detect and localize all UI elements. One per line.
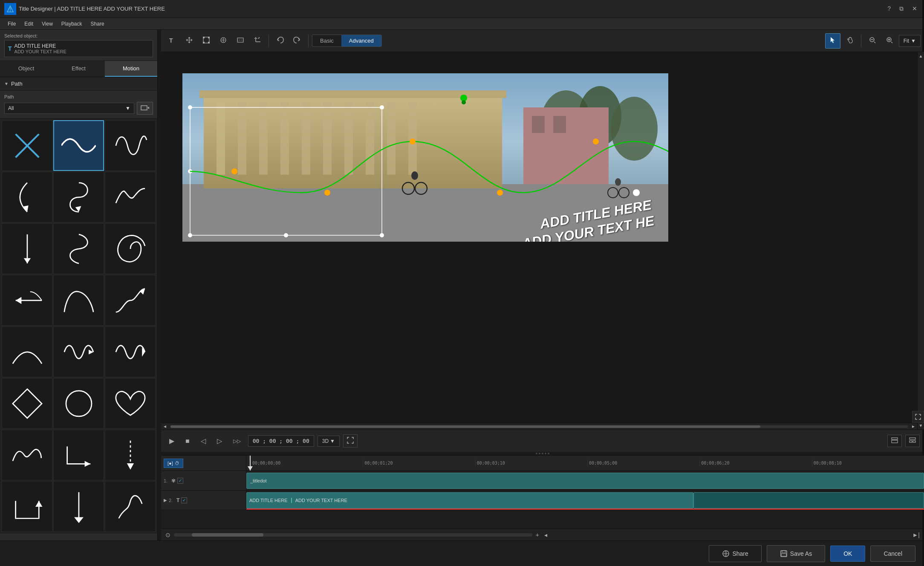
path-item-spiral[interactable] (105, 223, 156, 274)
resize-handle-h[interactable] (161, 452, 924, 455)
transform-tool-button[interactable] (199, 33, 214, 49)
fwd-frame-button[interactable]: ▷ (213, 434, 226, 448)
timeline-tracks: 1. ✾ _titledot ▶ 2. T (161, 471, 924, 528)
svg-point-67 (411, 171, 418, 180)
fit-dropdown[interactable]: Fit ▼ (899, 35, 921, 47)
canvas-hscrollbar[interactable]: ◄ ► (161, 423, 917, 430)
path-item-curve-up[interactable] (2, 326, 52, 377)
selected-object-label: Selected object: (4, 33, 153, 38)
path-item-unknown[interactable] (105, 481, 156, 532)
path-item-s-curve[interactable] (53, 172, 104, 222)
advanced-mode-button[interactable]: Advanced (341, 35, 381, 46)
timeline-clock-icon: ⏱ (175, 461, 179, 466)
vscroll-up-icon[interactable]: ▲ (917, 52, 924, 60)
fullscreen-button[interactable] (343, 434, 358, 448)
hand-tool-button[interactable] (842, 33, 858, 49)
track-2-clip-a[interactable]: ADD TITLE HERE ADD YOUR TEXT HERE (246, 492, 693, 508)
path-item-z-path[interactable] (105, 275, 156, 326)
path-item-vertical[interactable] (2, 223, 52, 274)
hscroll-left-icon[interactable]: ◄ (161, 422, 169, 430)
preview-scene[interactable]: ADD TITLE HERE ADD YOUR TEXT HE (182, 73, 668, 242)
timeline-label-col: [●] ⏱ (161, 456, 246, 471)
pointer-tool-button[interactable] (825, 33, 840, 49)
share-button[interactable]: Share (709, 545, 761, 562)
help-button[interactable]: ? (885, 4, 893, 13)
stop-button[interactable]: ■ (182, 434, 193, 448)
timeline-scroll-thumb[interactable] (192, 533, 263, 537)
3d-mode-button[interactable]: 3D ▼ (318, 436, 340, 447)
crop-tool-button[interactable] (250, 33, 265, 49)
path-item-heart[interactable] (105, 378, 156, 429)
timeline-toggle-button[interactable]: [●] ⏱ (164, 459, 183, 468)
timeline-icon-2-button[interactable] (905, 435, 920, 447)
path-reset-button[interactable] (137, 102, 153, 115)
tl-add-btn[interactable]: + (534, 531, 541, 539)
expand-button[interactable] (912, 411, 924, 423)
path-section-header[interactable]: ▼ Path (0, 77, 157, 91)
track-2-clip-b-label: ADD YOUR TEXT HERE (291, 498, 347, 503)
zoom-out-button[interactable] (865, 33, 880, 49)
undo-button[interactable] (272, 33, 288, 49)
cancel-button[interactable]: Cancel (870, 546, 915, 562)
path-dropdown-arrow: ▼ (125, 105, 130, 111)
path-item-wave[interactable] (53, 120, 104, 171)
path-item-s-path[interactable] (53, 223, 104, 274)
fwd-fast-button[interactable]: ▷▷ (229, 435, 245, 447)
tl-end-btn[interactable]: ►| (911, 531, 922, 539)
back-frame-button[interactable]: ◁ (197, 434, 210, 448)
track-2-checkbox[interactable] (181, 497, 187, 503)
path-item-circle[interactable] (53, 378, 104, 429)
path-item-diamond[interactable] (2, 378, 52, 429)
text-tool-button[interactable]: T (165, 33, 180, 49)
track-2-clip-b[interactable] (693, 492, 924, 508)
playhead-indicator (250, 456, 251, 471)
tab-effect[interactable]: Effect (52, 61, 105, 77)
tl-circle-btn[interactable]: ⊙ (164, 531, 172, 539)
track-1-clip[interactable]: _titledot (246, 473, 924, 489)
tab-motion[interactable]: Motion (105, 61, 157, 77)
restore-button[interactable]: ⧉ (897, 4, 906, 13)
path-item-wave2[interactable] (53, 326, 104, 377)
track-1-checkbox[interactable] (177, 478, 183, 484)
path-item-arc-left[interactable] (2, 172, 52, 222)
path-item-squiggle[interactable] (105, 120, 156, 171)
move-tool-button[interactable] (182, 33, 197, 49)
menu-playback[interactable]: Playback (57, 19, 87, 29)
zoom-in-button[interactable] (882, 33, 897, 49)
menu-file[interactable]: File (3, 19, 20, 29)
ruler-mark-4: 00;00;06;20 (699, 460, 811, 466)
timeline-scrollbar[interactable] (174, 533, 532, 537)
path-item-m-wave[interactable] (105, 172, 156, 222)
timeline-icon-1-button[interactable] (887, 435, 902, 447)
redo-button[interactable] (289, 33, 305, 49)
save-as-button[interactable]: Save As (767, 545, 825, 562)
resize-handle-left[interactable] (158, 30, 161, 540)
close-button[interactable]: ✕ (910, 4, 920, 13)
timeline-header: [●] ⏱ 00;00;00;00 00;00;01;20 00;00;03;1… (161, 456, 924, 471)
path-item-wave4[interactable] (2, 430, 52, 480)
path-dropdown[interactable]: All ▼ (4, 103, 134, 114)
path-item-arch-down[interactable] (53, 430, 104, 480)
path-item-curve2[interactable] (53, 275, 104, 326)
menu-share[interactable]: Share (87, 19, 109, 29)
path-item-dots[interactable] (105, 430, 156, 480)
anchor-tool-button[interactable] (216, 33, 231, 49)
ok-button[interactable]: OK (830, 546, 865, 562)
path-item-wave3[interactable] (105, 326, 156, 377)
selected-object-display: T ADD TITLE HERE ADD YOUR TEXT HERE (4, 40, 153, 57)
path-item-arrow-left[interactable] (2, 275, 52, 326)
share-label: Share (732, 550, 748, 557)
canvas-vscrollbar[interactable]: ▲ ▼ (917, 52, 924, 430)
path-item-none[interactable] (2, 120, 52, 171)
track-2-expand-icon[interactable]: ▶ (164, 498, 167, 502)
play-button[interactable]: ▶ (165, 434, 178, 448)
menu-view[interactable]: View (38, 19, 57, 29)
menu-edit[interactable]: Edit (20, 19, 38, 29)
basic-mode-button[interactable]: Basic (312, 35, 341, 46)
tab-object[interactable]: Object (0, 61, 52, 77)
aspect-tool-button[interactable] (233, 33, 248, 49)
path-item-arrow-down[interactable] (53, 481, 104, 532)
tl-chevron-btn[interactable]: ◂ (543, 531, 549, 539)
path-item-square[interactable] (2, 481, 52, 532)
hscroll-right-icon[interactable]: ► (910, 422, 917, 430)
